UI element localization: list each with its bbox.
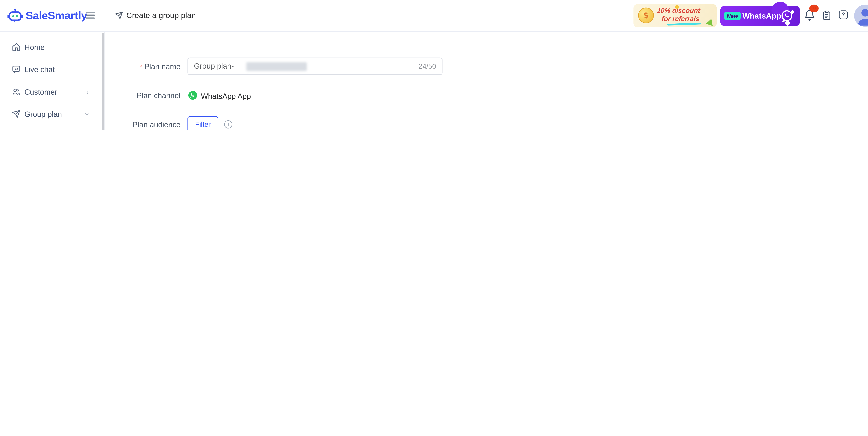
top-header: SaleSmartly Create a group plan $ 10% di… (0, 0, 868, 32)
new-badge: New (724, 12, 740, 20)
users-icon (12, 87, 21, 97)
app-window: SaleSmartly Create a group plan $ 10% di… (0, 0, 868, 130)
plan-name-input[interactable]: Group plan- 24/50 (187, 58, 442, 75)
help-icon[interactable]: ? (839, 10, 848, 19)
logo-text: SaleSmartly (26, 9, 87, 22)
plan-audience-label: Plan audience (87, 120, 181, 129)
user-status-menu[interactable]: online ▾ (854, 5, 868, 27)
coin-icon: $ (637, 6, 655, 25)
info-icon[interactable]: i (224, 120, 232, 129)
sidebar-scrollbar[interactable] (102, 33, 104, 130)
page-title: Create a group plan (126, 11, 196, 20)
whatsapp-new-banner[interactable]: New WhatsApp (720, 6, 800, 26)
avatar (854, 5, 868, 27)
whatsapp-channel-icon (187, 90, 198, 101)
sidebar-item-home[interactable]: Home (0, 41, 105, 54)
salesmartly-logo-icon (7, 8, 23, 24)
promo-text: 10% discount for referrals (656, 6, 701, 23)
plan-name-value: Group plan- (194, 58, 234, 74)
referral-discount-banner[interactable]: $ 10% discount for referrals (633, 4, 717, 27)
sidebar-nav: Home Live chat Customer › Group plan › M… (0, 32, 105, 130)
sidebar-item-label: Customer (25, 88, 57, 96)
sidebar-item-group-plan[interactable]: Group plan › (0, 108, 105, 121)
send-icon (115, 11, 123, 20)
chevron-down-icon: › (83, 113, 92, 115)
notification-badge: ··· (809, 5, 819, 12)
clipboard-icon[interactable] (822, 10, 832, 21)
plan-channel-value: WhatsApp App (201, 92, 251, 101)
home-icon (12, 42, 21, 52)
plan-channel-label: Plan channel (87, 91, 181, 100)
plan-name-label: *Plan name (87, 62, 181, 71)
promo-line2: for referrals (656, 14, 700, 23)
blurred-plan-name-suffix (246, 62, 307, 71)
whatsapp-banner-label: WhatsApp (742, 6, 781, 26)
sidebar-collapse-icon[interactable] (86, 12, 95, 19)
char-counter: 24/50 (418, 58, 436, 74)
underline-decoration (667, 23, 701, 25)
sidebar-item-label: Home (25, 43, 44, 52)
required-asterisk: * (140, 62, 143, 71)
chat-bubble-icon (12, 65, 21, 74)
filter-button[interactable]: Filter (187, 116, 218, 130)
sidebar-item-label: Group plan (25, 110, 62, 119)
sidebar-item-label: Live chat (25, 65, 55, 74)
paper-plane-icon (12, 109, 21, 119)
green-triangle-decoration (706, 18, 715, 26)
